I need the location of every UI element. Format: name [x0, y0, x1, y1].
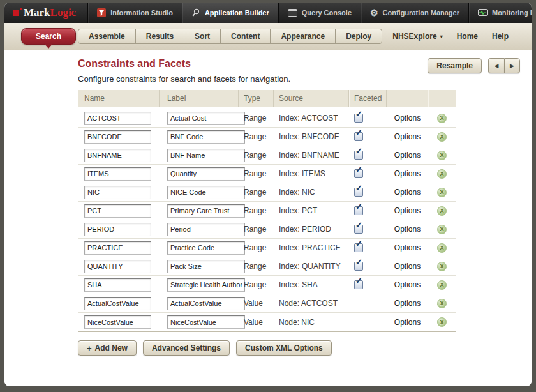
faceted-checkbox[interactable]: ✓ [354, 206, 363, 215]
delete-icon[interactable]: X [437, 132, 447, 142]
constraint-source: Index: ITEMS [274, 165, 349, 183]
faceted-checkbox[interactable]: ✓ [354, 280, 363, 289]
tab-content[interactable]: Content [220, 29, 271, 44]
project-selector[interactable]: NHSExplore ▾ [392, 32, 442, 41]
options-link[interactable]: Options [394, 188, 421, 197]
delete-icon[interactable]: X [437, 280, 447, 290]
constraint-type: Range [239, 257, 274, 275]
app-window: MarkLogic Information Studio Application… [4, 3, 532, 386]
constraint-type: Range [239, 220, 274, 238]
table-row: Value Node: NIC Options X [78, 313, 456, 331]
delete-icon[interactable]: X [437, 299, 447, 308]
pager-next-icon[interactable]: ▶ [504, 58, 520, 73]
constraint-label-input[interactable] [167, 223, 245, 236]
constraint-name-input[interactable] [84, 167, 151, 181]
tab-application-builder[interactable]: Application Builder [182, 3, 278, 23]
constraint-source: Index: PRACTICE [274, 239, 349, 257]
delete-icon[interactable]: X [437, 151, 447, 160]
custom-xml-options-button[interactable]: Custom XML Options [236, 340, 332, 356]
constraint-name-input[interactable] [84, 315, 151, 329]
delete-icon[interactable]: X [437, 188, 447, 197]
constraint-label-input[interactable] [167, 297, 245, 310]
constraint-label-input[interactable] [167, 204, 245, 218]
delete-icon[interactable]: X [437, 225, 447, 234]
tab-query-console[interactable]: Query Console [278, 3, 361, 23]
constraint-name-input[interactable] [84, 204, 151, 218]
tab-deploy[interactable]: Deploy [335, 29, 382, 44]
tab-search[interactable]: Search [21, 28, 76, 45]
constraint-name-input[interactable] [84, 112, 151, 125]
options-link[interactable]: Options [394, 132, 421, 141]
faceted-checkbox[interactable]: ✓ [354, 151, 363, 160]
tab-results[interactable]: Results [135, 29, 184, 44]
tab-configuration-manager[interactable]: ⚙ Configuration Manager [361, 3, 468, 23]
table-row: Range Index: BNFCODE ✓ Options X [78, 128, 456, 146]
tab-sort[interactable]: Sort [184, 29, 221, 44]
tab-information-studio[interactable]: Information Studio [87, 3, 182, 23]
tab-appearance[interactable]: Appearance [270, 29, 336, 44]
faceted-checkbox[interactable]: ✓ [354, 132, 363, 141]
workflow-tabs: Search Assemble Results Sort Content App… [21, 28, 382, 45]
constraint-source: Node: ACTCOST [274, 294, 349, 312]
tab-assemble[interactable]: Assemble [78, 29, 136, 44]
options-link[interactable]: Options [394, 169, 421, 178]
options-link[interactable]: Options [394, 280, 421, 289]
delete-icon[interactable]: X [437, 262, 447, 271]
constraint-label-input[interactable] [167, 315, 245, 329]
delete-icon[interactable]: X [437, 243, 447, 253]
constraint-name-input[interactable] [84, 223, 151, 236]
faceted-checkbox[interactable]: ✓ [354, 169, 363, 178]
marklogic-logo[interactable]: MarkLogic [4, 3, 87, 23]
checkmark-icon: ✓ [355, 147, 362, 155]
faceted-checkbox[interactable]: ✓ [354, 188, 363, 197]
options-link[interactable]: Options [394, 225, 421, 234]
constraint-source: Index: BNFCODE [274, 128, 349, 146]
constraint-label-input[interactable] [167, 130, 245, 144]
constraint-name-input[interactable] [84, 278, 151, 292]
constraint-name-input[interactable] [84, 149, 151, 162]
constraint-label-input[interactable] [167, 167, 245, 181]
options-link[interactable]: Options [394, 243, 421, 252]
constraint-label-input[interactable] [167, 149, 245, 162]
tab-monitoring-dashboard[interactable]: Monitoring Dashboard [468, 3, 532, 23]
constraint-name-input[interactable] [84, 297, 151, 310]
options-link[interactable]: Options [394, 318, 421, 327]
delete-icon[interactable]: X [437, 169, 447, 179]
help-link[interactable]: Help [492, 32, 509, 41]
logo-text-mark: Mark [24, 6, 50, 19]
add-new-button[interactable]: + Add New [78, 340, 137, 356]
resample-button[interactable]: Resample [428, 58, 482, 73]
options-link[interactable]: Options [394, 206, 421, 215]
constraint-name-input[interactable] [84, 186, 151, 199]
constraint-label-input[interactable] [167, 278, 245, 292]
faceted-checkbox[interactable]: ✓ [354, 225, 363, 234]
constraint-name-input[interactable] [84, 130, 151, 144]
options-link[interactable]: Options [394, 262, 421, 271]
delete-icon[interactable]: X [437, 317, 447, 327]
logo-text-logic: Logic [50, 6, 77, 19]
pager-prev-icon[interactable]: ◀ [488, 58, 504, 73]
information-studio-icon [97, 8, 106, 17]
advanced-settings-button[interactable]: Advanced Settings [143, 340, 230, 356]
application-builder-icon [191, 8, 200, 17]
checkmark-icon: ✓ [355, 128, 362, 137]
main-content: Constraints and Facets Configure constra… [4, 50, 532, 386]
table-header: Name Label Type Source Faceted [78, 90, 456, 107]
constraint-label-input[interactable] [167, 241, 245, 255]
options-link[interactable]: Options [394, 151, 421, 160]
constraint-label-input[interactable] [167, 260, 245, 273]
table-row: Range Index: PCT ✓ Options X [78, 202, 456, 220]
faceted-checkbox[interactable]: ✓ [354, 114, 363, 123]
options-link[interactable]: Options [394, 299, 421, 308]
table-row: Range Index: ITEMS ✓ Options X [78, 165, 456, 183]
delete-icon[interactable]: X [437, 114, 447, 123]
constraint-name-input[interactable] [84, 241, 151, 255]
delete-icon[interactable]: X [437, 206, 447, 216]
constraint-label-input[interactable] [167, 186, 245, 199]
faceted-checkbox[interactable]: ✓ [354, 243, 363, 252]
home-link[interactable]: Home [457, 32, 478, 41]
options-link[interactable]: Options [394, 114, 421, 123]
faceted-checkbox[interactable]: ✓ [354, 262, 363, 271]
constraint-label-input[interactable] [167, 112, 245, 125]
constraint-name-input[interactable] [84, 260, 151, 273]
